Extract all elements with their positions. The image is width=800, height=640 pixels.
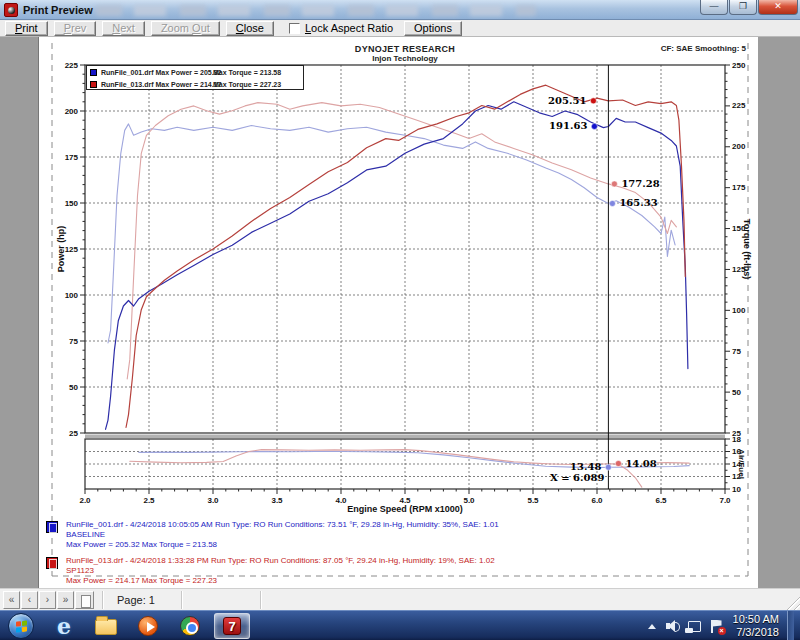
svg-text:2.0: 2.0 (79, 496, 91, 505)
svg-text:175: 175 (732, 183, 746, 192)
minimize-button[interactable]: — (700, 0, 728, 15)
svg-text:75: 75 (732, 347, 741, 356)
last-page-button[interactable]: » (57, 591, 74, 609)
cursor-dot (591, 123, 597, 129)
svg-text:50: 50 (732, 388, 741, 397)
svg-text:100: 100 (732, 306, 746, 315)
run-swatch-red (46, 557, 58, 569)
legend-text: Max Torque = 227.23 (213, 79, 281, 90)
series-torque_sp1123 (127, 103, 676, 379)
dynojet-app-icon-glyph: 7 (223, 617, 241, 635)
print-preview-area: 2550751001251501752002252550751001251501… (0, 37, 800, 588)
cursor-dot (615, 461, 621, 467)
start-button[interactable] (8, 613, 34, 639)
window-controls: — ❐ ✕ (699, 0, 798, 15)
svg-text:100: 100 (65, 291, 79, 300)
prev-button[interactable]: Prev (54, 21, 97, 36)
cursor-value-label: 13.48 (570, 461, 601, 472)
hidden-icons-arrow[interactable] (648, 624, 656, 629)
show-desktop-button[interactable] (787, 611, 794, 640)
legend-row: RunFile_001.drf Max Power = 205.32 Max T… (87, 67, 303, 78)
run-info-baseline: RunFile_001.drf - 4/24/2018 10:05:05 AM … (46, 520, 736, 550)
svg-text:6.5: 6.5 (655, 496, 667, 505)
svg-text:125: 125 (65, 245, 79, 254)
print-button[interactable]: Print (5, 21, 48, 36)
speaker-icon[interactable] (666, 620, 680, 632)
close-icon[interactable]: ✕ (758, 0, 798, 15)
report-title: DYNOJET RESEARCH (205, 44, 605, 54)
zoom-out-button[interactable]: Zoom Out (151, 21, 220, 36)
chrome-icon[interactable] (172, 613, 208, 639)
internet-explorer-icon[interactable]: e (46, 613, 82, 639)
resize-grip[interactable] (784, 594, 800, 610)
legend-swatch-red (90, 81, 97, 88)
svg-text:4.0: 4.0 (335, 496, 347, 505)
svg-text:25: 25 (69, 429, 78, 438)
run-conditions-text: RunFile_001.drf - 4/24/2018 10:05:05 AM … (66, 520, 736, 530)
cursor-dot (609, 200, 615, 206)
run-name-text: SP1123 (66, 566, 736, 576)
svg-text:250: 250 (732, 61, 746, 70)
app-icon (4, 3, 18, 17)
options-button[interactable]: Options (404, 21, 462, 36)
cursor-dot (611, 181, 617, 187)
svg-text:Air/Fuel: Air/Fuel (737, 449, 746, 479)
prev-page-button[interactable]: ‹ (21, 591, 38, 609)
series-airfuel_sp1123_tail (655, 463, 690, 464)
svg-text:3.5: 3.5 (271, 496, 283, 505)
run-name-text: BASELINE (66, 530, 736, 540)
run-conditions-text: RunFile_013.drf - 4/24/2018 1:33:28 PM R… (66, 556, 736, 566)
legend-text: RunFile_013.drf Max Power = 214.17 (101, 79, 221, 90)
first-page-button[interactable]: « (3, 591, 20, 609)
explorer-folder-icon[interactable] (88, 613, 124, 639)
taskbar-clock[interactable]: 10:50 AM 7/3/2018 (733, 613, 779, 639)
next-button[interactable]: Next (102, 21, 145, 36)
legend-row: RunFile_013.drf Max Power = 214.17 Max T… (87, 79, 303, 90)
svg-text:75: 75 (69, 337, 78, 346)
svg-text:Power (hp): Power (hp) (56, 226, 66, 273)
chrome-icon-glyph (180, 616, 200, 636)
svg-text:50: 50 (69, 383, 78, 392)
clock-date: 7/3/2018 (733, 626, 779, 639)
network-icon[interactable] (688, 621, 701, 632)
report-page: 2550751001251501752002252550751001251501… (38, 37, 758, 588)
run-swatch-blue (46, 521, 58, 533)
close-preview-button[interactable]: Close (226, 21, 274, 36)
svg-text:5.0: 5.0 (463, 496, 475, 505)
svg-text:225: 225 (65, 61, 79, 70)
svg-text:150: 150 (65, 199, 79, 208)
svg-text:5.5: 5.5 (527, 496, 539, 505)
screen: Print Preview — ❐ ✕ PrintPrevNextZoom Ou… (0, 0, 800, 640)
titlebar[interactable]: Print Preview — ❐ ✕ (0, 0, 800, 20)
svg-text:10: 10 (732, 485, 741, 494)
redacted-title-text (96, 5, 536, 16)
lock-aspect-ratio-checkbox-wrap: Lock Aspect Ratio (289, 22, 393, 34)
statusbar-divider (260, 591, 261, 609)
lock-aspect-ratio-checkbox[interactable] (289, 23, 300, 34)
legend-text: RunFile_001.drf Max Power = 205.32 (101, 67, 221, 78)
chart-legend: RunFile_001.drf Max Power = 205.32 Max T… (86, 65, 304, 90)
svg-text:2.5: 2.5 (143, 496, 155, 505)
svg-text:225: 225 (732, 101, 746, 110)
action-center-flag-icon[interactable] (710, 620, 723, 633)
dyno-chart: 2550751001251501752002252550751001251501… (38, 37, 758, 588)
statusbar-divider (102, 591, 103, 609)
statusbar: «‹›» Page: 1 (0, 588, 800, 610)
explorer-folder-icon-glyph (95, 619, 117, 635)
cursor-x-label: X = 6.089 (550, 472, 604, 483)
window-title: Print Preview (23, 4, 93, 16)
next-page-button[interactable]: › (39, 591, 56, 609)
svg-text:3.0: 3.0 (207, 496, 219, 505)
statusbar-divider (181, 591, 182, 609)
page-setup-icon[interactable] (75, 591, 94, 609)
svg-text:Engine Speed (RPM x1000): Engine Speed (RPM x1000) (347, 504, 463, 514)
svg-text:18: 18 (732, 435, 741, 444)
maximize-button[interactable]: ❐ (729, 0, 757, 15)
svg-text:200: 200 (732, 142, 746, 151)
svg-text:6.0: 6.0 (591, 496, 603, 505)
dynojet-app-icon[interactable]: 7 (214, 613, 250, 639)
run-info-sp1123: RunFile_013.drf - 4/24/2018 1:33:28 PM R… (46, 556, 736, 586)
media-player-icon[interactable] (130, 613, 166, 639)
windows-flag-icon (16, 620, 28, 633)
cursor-value-label: 191.63 (549, 120, 587, 131)
